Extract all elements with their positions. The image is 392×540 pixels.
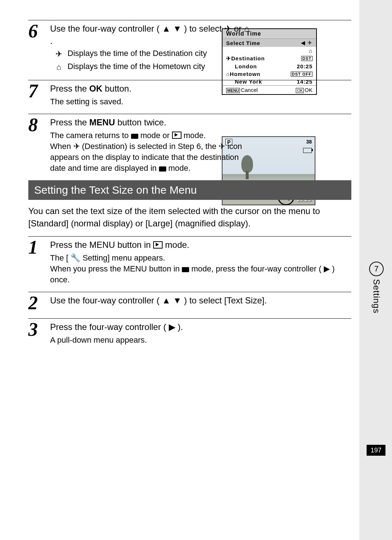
step-body: Press the MENU button twice. The camera … (50, 116, 351, 174)
text: Press the four-way controller ( (50, 322, 166, 332)
step-number: 6 (28, 23, 50, 73)
step-number: 3 (28, 321, 50, 346)
text: The camera returns to (50, 131, 131, 140)
plane-icon: ✈ (50, 48, 68, 60)
text: When you press the MENU button in (50, 264, 182, 273)
text: Press the MENU button in (50, 240, 153, 250)
text: Use the four-way controller ( (50, 295, 159, 305)
text: mode. (168, 164, 191, 173)
text: Use the four-way controller ( (50, 24, 159, 33)
text: Displays the time of the Hometown city (68, 61, 250, 73)
text: mode, press the four-way controller ( (191, 264, 321, 273)
text: ). (177, 322, 183, 332)
right-icon: ▶ (324, 264, 330, 273)
right-icon: ▶ (169, 322, 175, 332)
house-icon: ⌂ (50, 61, 68, 73)
camera-icon (159, 163, 166, 174)
text: When (50, 142, 73, 151)
step-body: Press the four-way controller ( ▶ ). A p… (50, 321, 351, 346)
camera-icon (182, 263, 189, 274)
step-body: Use the four-way controller ( ▲ ▼ ) to s… (50, 294, 351, 312)
step-body: Use the four-way controller ( ▲ ▼ ) to s… (50, 23, 351, 73)
up-icon: ▲ (162, 24, 171, 33)
sidebar-tab: 7 Settings (367, 262, 385, 314)
main-content: 6 Use the four-way controller ( ▲ ▼ ) to… (28, 20, 351, 352)
text: Setting] menu appears. (82, 253, 165, 262)
section-intro: You can set the text size of the item se… (28, 205, 351, 230)
down-icon: ▼ (173, 24, 182, 33)
sublist-item: ✈ Displays the time of the Destination c… (50, 48, 250, 60)
playback-icon (172, 132, 181, 139)
step-number: 8 (28, 116, 50, 174)
page-number: 197 (367, 445, 385, 456)
text: . (50, 36, 53, 46)
text: mode. (165, 240, 189, 250)
house-icon: ⌂ (244, 24, 249, 33)
sublist-item: ⌂ Displays the time of the Hometown city (50, 61, 250, 73)
step-number: 7 (28, 82, 50, 107)
step-body: Press the OK button. The setting is save… (50, 82, 351, 107)
step-b3: 3 Press the four-way controller ( ▶ ). A… (28, 318, 351, 346)
text: A pull-down menu appears. (50, 335, 351, 346)
up-icon: ▲ (162, 295, 171, 305)
text: mode or (140, 131, 172, 140)
text: Displays the time of the Destination cit… (68, 48, 250, 60)
step-6: 6 Use the four-way controller ( ▲ ▼ ) to… (28, 20, 351, 73)
step-7: 7 Press the OK button. The setting is sa… (28, 80, 351, 107)
camera-icon (131, 130, 138, 141)
text: mode. (184, 131, 206, 140)
sub-text: The [ 🔧 Setting] menu appears. When you … (50, 253, 351, 285)
text: ) to select (184, 24, 224, 33)
playback-icon (153, 241, 163, 249)
step-body: Press the MENU button in mode. The [ 🔧 S… (50, 239, 351, 285)
down-icon: ▼ (173, 295, 182, 305)
plane-icon: ✈ (73, 142, 80, 151)
plane-icon: ✈ (219, 142, 225, 151)
step-b2: 2 Use the four-way controller ( ▲ ▼ ) to… (28, 292, 351, 312)
text: The [ (50, 253, 68, 262)
step-number: 1 (28, 239, 50, 285)
step-8: 8 Press the MENU button twice. The camer… (28, 114, 351, 174)
sub-text: The camera returns to mode or mode. When… (50, 130, 250, 174)
step-b1: 1 Press the MENU button in mode. The [ 🔧… (28, 236, 351, 285)
text: (Destination) is selected in Step 6, the (82, 142, 219, 151)
text: ) to select [Text Size]. (184, 295, 267, 305)
plane-icon: ✈ (224, 24, 232, 33)
step-number: 2 (28, 294, 50, 312)
section-label: Settings (371, 279, 381, 314)
text: The setting is saved. (50, 96, 351, 107)
page: 7 Settings 197 World Time Select Time ◀ … (0, 0, 392, 540)
wrench-icon: 🔧 (70, 253, 80, 262)
section-header: Setting the Text Size on the Menu (28, 180, 351, 200)
section-number: 7 (369, 262, 384, 276)
